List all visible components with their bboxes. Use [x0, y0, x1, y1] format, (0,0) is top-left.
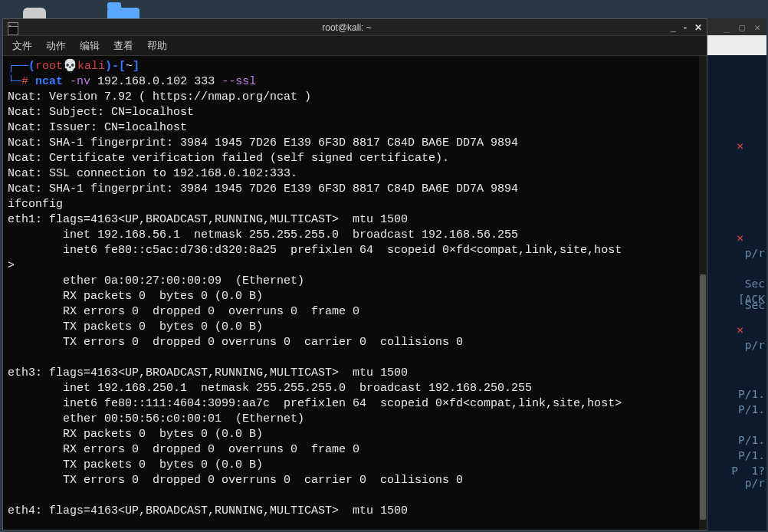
bg-side-label: P/1.: [738, 448, 765, 463]
bg-side-label: p/r: [745, 475, 765, 491]
menubar: 文件 动作 编辑 查看 帮助: [3, 36, 707, 56]
bg-minimize-button[interactable]: _: [724, 21, 730, 33]
menu-view[interactable]: 查看: [113, 39, 133, 53]
dock-icon[interactable]: [8, 26, 18, 35]
bg-side-label: p/r: [745, 245, 765, 261]
notification-close-icon[interactable]: ✕: [737, 322, 743, 337]
menu-action[interactable]: 动作: [46, 39, 66, 53]
menu-help[interactable]: 帮助: [147, 39, 167, 53]
menu-edit[interactable]: 编辑: [80, 39, 100, 53]
scrollbar[interactable]: [699, 56, 707, 530]
window-title: root@kali: ~: [23, 22, 671, 33]
bg-side-label: p/r: [745, 337, 765, 353]
bg-side-label: P/1.: [738, 402, 765, 417]
close-button[interactable]: ✕: [694, 22, 702, 33]
desktop: ▭ _ ▢ ✕ 文件 动作 编辑 查看 帮助 192.168.0.102 nma…: [0, 0, 768, 532]
terminal-content[interactable]: ┌──(root💀kali)-[~] └─# ncat -nv 192.168.…: [3, 56, 707, 530]
menu-file[interactable]: 文件: [12, 39, 32, 53]
notification-close-icon[interactable]: ✕: [737, 138, 743, 153]
notification-close-icon[interactable]: ✕: [737, 230, 743, 245]
bg-side-label: P/1.: [738, 386, 765, 402]
titlebar[interactable]: >_ root@kali: ~ _ ▫ ✕: [3, 19, 707, 36]
bg-side-label: Sec: [745, 297, 765, 313]
bg-side-label: P/1.: [738, 432, 765, 448]
terminal-window: >_ root@kali: ~ _ ▫ ✕ 文件 动作 编辑 查看 帮助 ┌──…: [2, 18, 707, 530]
minimize-button[interactable]: _: [671, 22, 676, 33]
bg-side-label: Sec: [745, 276, 765, 291]
scrollbar-thumb[interactable]: [700, 274, 706, 520]
bg-close-button[interactable]: ✕: [754, 21, 760, 33]
maximize-button[interactable]: ▫: [684, 22, 687, 33]
bg-maximize-button[interactable]: ▢: [739, 21, 745, 33]
